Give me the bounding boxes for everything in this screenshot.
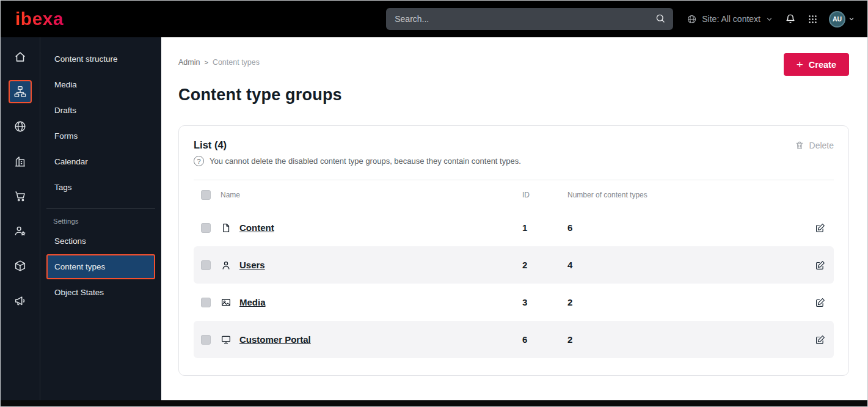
megaphone-icon — [13, 294, 27, 307]
group-id: 1 — [522, 222, 567, 233]
sidebar-item-forms[interactable]: Forms — [46, 123, 155, 148]
site-context-selector[interactable]: Site: All context — [687, 14, 773, 24]
list-title: List (4) — [194, 139, 227, 151]
group-count: 6 — [567, 222, 807, 233]
rail-item-company[interactable] — [9, 150, 32, 173]
sidebar-item-content-structure[interactable]: Content structure — [46, 46, 155, 72]
info-note: ? You cannot delete the disabled content… — [194, 156, 834, 166]
chevron-down-icon — [765, 15, 773, 23]
image-icon — [221, 297, 232, 308]
create-button-label: Create — [809, 60, 836, 70]
table-row-media: Media 3 2 — [194, 284, 834, 321]
rail-item-site[interactable] — [9, 115, 32, 138]
trash-icon — [795, 141, 804, 150]
home-icon — [13, 50, 27, 64]
cart-icon — [13, 189, 27, 203]
row-checkbox[interactable] — [201, 335, 211, 345]
rail-item-dashboard[interactable] — [9, 45, 32, 68]
table-row-users: Users 2 4 — [194, 246, 834, 284]
table-header-row: Name ID Number of content types — [194, 180, 834, 209]
edit-icon[interactable] — [815, 222, 826, 233]
apps-grid-icon[interactable] — [808, 14, 818, 24]
notifications-bell-icon[interactable] — [784, 13, 797, 25]
row-checkbox[interactable] — [201, 298, 211, 307]
settings-section-label: Settings — [46, 208, 155, 226]
icon-rail — [1, 37, 40, 400]
content-type-groups-card: List (4) Delete ? You cannot delete the … — [178, 125, 849, 376]
sidebar-item-drafts[interactable]: Drafts — [46, 98, 155, 123]
menu-sidebar: Content structure Media Drafts Forms Cal… — [40, 37, 161, 400]
group-link[interactable]: Content — [239, 222, 274, 233]
bottom-bar — [1, 400, 867, 406]
app-window: ibexa Site: All context — [0, 0, 868, 407]
main-content: Admin > Content types + Create Content t… — [161, 37, 867, 400]
select-all-checkbox[interactable] — [201, 190, 211, 200]
topbar-actions: Site: All context AU — [687, 11, 855, 28]
site-context-label: Site: All context — [702, 14, 760, 24]
help-icon: ? — [194, 156, 204, 166]
search-input[interactable] — [386, 8, 673, 30]
file-icon — [221, 222, 232, 233]
avatar: AU — [829, 11, 845, 28]
globe-icon — [687, 14, 697, 24]
sidebar-item-sections[interactable]: Sections — [46, 229, 155, 254]
rail-item-commerce[interactable] — [9, 185, 32, 208]
user-menu[interactable]: AU — [829, 11, 855, 28]
globe-icon — [13, 120, 27, 133]
edit-icon[interactable] — [815, 334, 826, 345]
column-header-count: Number of content types — [567, 191, 807, 199]
chevron-down-icon — [848, 15, 855, 23]
content-tree-icon — [13, 85, 27, 98]
breadcrumb: Admin > Content types — [178, 58, 260, 67]
column-header-id: ID — [522, 191, 567, 199]
group-count: 2 — [567, 334, 807, 345]
ibexa-logo[interactable]: ibexa — [15, 9, 64, 29]
row-checkbox[interactable] — [201, 223, 211, 233]
group-link[interactable]: Customer Portal — [239, 334, 311, 345]
plus-icon: + — [797, 59, 803, 70]
sidebar-item-tags[interactable]: Tags — [46, 175, 155, 200]
delete-button[interactable]: Delete — [795, 141, 834, 150]
group-count: 2 — [567, 297, 807, 307]
group-id: 3 — [522, 297, 567, 307]
group-id: 6 — [522, 334, 567, 345]
group-id: 2 — [522, 260, 567, 270]
rail-item-product-catalog[interactable] — [9, 254, 32, 277]
breadcrumb-content-types: Content types — [213, 58, 260, 67]
table-row-content: Content 1 6 — [194, 209, 834, 246]
edit-icon[interactable] — [815, 260, 826, 271]
column-header-name: Name — [221, 191, 522, 199]
edit-icon[interactable] — [815, 297, 826, 308]
building-icon — [13, 155, 27, 168]
group-count: 4 — [567, 260, 807, 270]
delete-button-label: Delete — [809, 141, 834, 150]
monitor-icon — [221, 334, 232, 345]
rail-item-customers[interactable] — [9, 219, 32, 243]
group-link[interactable]: Users — [239, 260, 265, 270]
breadcrumb-admin[interactable]: Admin — [178, 58, 200, 67]
sidebar-item-object-states[interactable]: Object States — [46, 280, 155, 305]
top-bar: ibexa Site: All context — [1, 1, 867, 37]
user-icon — [221, 260, 232, 271]
rail-item-marketing[interactable] — [9, 289, 32, 312]
info-text: You cannot delete the disabled content t… — [210, 156, 521, 166]
row-checkbox[interactable] — [201, 260, 211, 270]
sidebar-item-calendar[interactable]: Calendar — [46, 149, 155, 174]
content-type-groups-table: Name ID Number of content types Content … — [194, 180, 834, 358]
table-row-customer-portal: Customer Portal 6 2 — [194, 321, 834, 358]
breadcrumb-separator: > — [204, 59, 208, 66]
search-icon[interactable] — [655, 13, 666, 24]
global-search — [386, 8, 673, 30]
create-button[interactable]: + Create — [784, 53, 849, 76]
customers-icon — [13, 224, 27, 238]
sidebar-item-content-types[interactable]: Content types — [46, 254, 155, 279]
rail-item-content[interactable] — [9, 80, 32, 103]
group-link[interactable]: Media — [239, 297, 266, 307]
sidebar-item-media[interactable]: Media — [46, 72, 155, 97]
product-box-icon — [13, 259, 27, 273]
page-title: Content type groups — [178, 86, 849, 105]
